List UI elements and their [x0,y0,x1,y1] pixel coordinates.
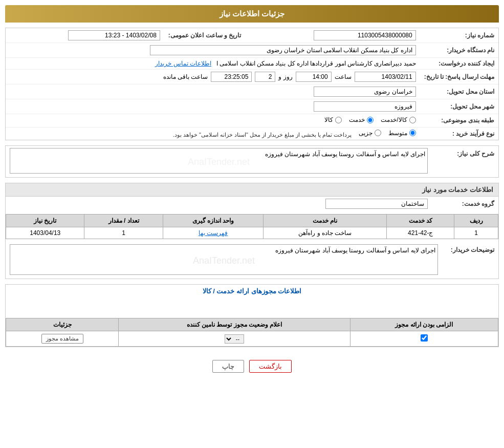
response-deadline-inputs: ساعت روز و ساعت باقی مانده [10,72,416,82]
response-time-input[interactable] [296,72,332,82]
row-unit[interactable]: فهرست بها [163,227,263,239]
row-service-name: ساخت جاده و راه‌آهن [264,227,387,239]
purchase-type-note: پرداخت تمام یا بخشی از مبلغ خریدار از مح… [173,131,352,137]
col-details: جزئیات [6,318,119,331]
licenses-header-row: الزامی بودن ارائه مجوز اعلام وضعیت مجوز … [6,318,498,331]
licenses-data-table: الزامی بودن ارائه مجوز اعلام وضعیت مجوز … [6,318,498,347]
general-desc-value: AnaITender.net [6,146,432,177]
general-desc-table: شرح کلی نیاز: AnaITender.net [6,146,498,177]
delivery-city-input[interactable] [314,101,416,112]
response-day-label: روز و [278,73,292,80]
delivery-province-value [6,84,420,99]
general-desc-textarea[interactable] [10,148,428,174]
col-row: ردیف [454,215,498,227]
purchase-type-value: متوسط جزیی پرداخت تمام یا بخشی از مبلغ خ… [6,127,420,140]
print-button[interactable]: چاپ [212,360,244,373]
need-number-value [245,28,420,43]
delivery-province-input[interactable] [314,87,416,97]
buyer-org-label: نام دستگاه خریدار: [420,43,498,58]
classification-kala-khidmat[interactable]: کالا/خدمت [381,116,415,123]
col-service-code: کد خدمت [387,215,454,227]
buyer-desc-table: توضیحات خریدار: AnaITender.net [6,242,498,279]
services-table-wrapper: ردیف کد خدمت نام خدمت واحد اندازه گیری ت… [6,214,498,239]
info-table: شماره نیاز: تاریخ و ساعت اعلان عمومی: نا… [6,28,498,140]
license-row: -- مشاهده مجوز [6,331,498,347]
announce-date-value [6,28,164,43]
announce-date-label: تاریخ و ساعت اعلان عمومی: [164,28,245,43]
classification-label: طبقه بندی موضوعی: [420,114,498,127]
page-wrapper: جزئیات اطلاعات نیاز شماره نیاز: تاریخ و … [0,0,504,448]
row-creator: ایجاد کننده درخواست: حمید دبیرانصاری کار… [6,58,498,70]
need-number-label: شماره نیاز: [420,28,498,43]
buyer-org-value [6,43,420,58]
row-buyer-org: نام دستگاه خریدار: [6,43,498,58]
general-desc-container: AnaITender.net [10,148,428,175]
row-date: 1403/04/13 [6,227,84,239]
licenses-section: اطلاعات مجوزهای ارائه خدمت / کالا الزامی… [5,284,499,347]
row-delivery-province: استان محل تحویل: [6,84,498,99]
buyer-desc-row: توضیحات خریدار: AnaITender.net [6,242,498,279]
license-view-button[interactable]: مشاهده مجوز [41,334,83,344]
col-supplier-status: اعلام وضعیت مجوز توسط نامین کننده [119,318,350,331]
license-required-cell [350,331,498,347]
row-response-deadline: مهلت ارسال پاسخ: تا تاریخ: ساعت روز و سا… [6,70,498,84]
row-classification: طبقه بندی موضوعی: کالا/خدمت خدمت کالا [6,114,498,127]
back-button[interactable]: بازگشت [249,360,292,373]
buyer-desc-label: توضیحات خریدار: [442,242,498,279]
services-tbody: 1 ج-42-421 ساخت جاده و راه‌آهن فهرست بها… [6,227,498,239]
response-deadline-label: مهلت ارسال پاسخ: تا تاریخ: [420,70,498,84]
purchase-type-label: نوع فرآیند خرید : [420,127,498,140]
creator-contact-link[interactable]: اطلاعات تماس خریدار [155,60,211,67]
footer-buttons: بازگشت چاپ [5,352,499,380]
table-row: 1 ج-42-421 ساخت جاده و راه‌آهن فهرست بها… [6,227,498,239]
licenses-spacer [6,297,498,318]
response-remaining-label: ساعت باقی مانده [163,73,208,80]
licenses-section-title: اطلاعات مجوزهای ارائه خدمت / کالا [6,285,498,297]
response-date-input[interactable] [355,72,416,82]
response-time-label: ساعت [335,73,352,80]
service-group-value [6,197,432,211]
licenses-tbody: -- مشاهده مجوز [6,331,498,347]
service-group-input[interactable] [325,199,428,209]
classification-khidmat[interactable]: خدمت [349,116,374,123]
page-title: جزئیات اطلاعات نیاز [220,9,284,18]
col-unit: واحد اندازه گیری [163,215,263,227]
creator-value: حمید دبیرانصاری کارشناس امور قراردادها ا… [6,58,420,70]
general-description-section: شرح کلی نیاز: AnaITender.net [5,145,499,178]
purchase-type-radio-group: متوسط جزیی [359,130,416,137]
response-remaining-input[interactable] [211,72,252,82]
response-days-input[interactable] [255,72,275,82]
announce-date-input[interactable] [68,30,160,40]
col-service-name: نام خدمت [264,215,387,227]
license-required-checkbox[interactable] [421,334,428,342]
services-header-row: ردیف کد خدمت نام خدمت واحد اندازه گیری ت… [6,215,498,227]
creator-label: ایجاد کننده درخواست: [420,58,498,70]
license-status-select[interactable]: -- [225,334,244,344]
services-thead: ردیف کد خدمت نام خدمت واحد اندازه گیری ت… [6,215,498,227]
delivery-city-label: شهر محل تحویل: [420,99,498,114]
service-group-row: گروه خدمت: [6,197,498,211]
service-group-label: گروه خدمت: [432,197,498,211]
license-supplier-status-cell: -- [119,331,350,347]
delivery-city-value [6,99,420,114]
purchase-type-mutavasset[interactable]: متوسط [388,130,416,137]
buyer-desc-value: AnaITender.net [6,242,442,279]
services-data-table: ردیف کد خدمت نام خدمت واحد اندازه گیری ت… [6,214,498,239]
buyer-desc-textarea[interactable] [10,244,438,275]
row-quantity: 1 [84,227,163,239]
page-header: جزئیات اطلاعات نیاز [5,5,499,23]
need-number-input[interactable] [314,30,416,40]
response-deadline-value: ساعت روز و ساعت باقی مانده [6,70,420,84]
row-code: ج-42-421 [387,227,454,239]
main-info-section: شماره نیاز: تاریخ و ساعت اعلان عمومی: نا… [5,28,499,140]
col-date: تاریخ نیاز [6,215,84,227]
row-delivery-city: شهر محل تحویل: [6,99,498,114]
purchase-type-jozyi[interactable]: جزیی [359,130,381,137]
classification-kala[interactable]: کالا [324,116,342,123]
general-desc-row: شرح کلی نیاز: AnaITender.net [6,146,498,177]
buyer-org-input[interactable] [150,45,416,55]
classification-radio-group: کالا/خدمت خدمت کالا [324,116,415,123]
services-section-title: اطلاعات خدمات مورد نیاز [6,183,498,197]
license-details-cell: مشاهده مجوز [6,331,119,347]
licenses-thead: الزامی بودن ارائه مجوز اعلام وضعیت مجوز … [6,318,498,331]
